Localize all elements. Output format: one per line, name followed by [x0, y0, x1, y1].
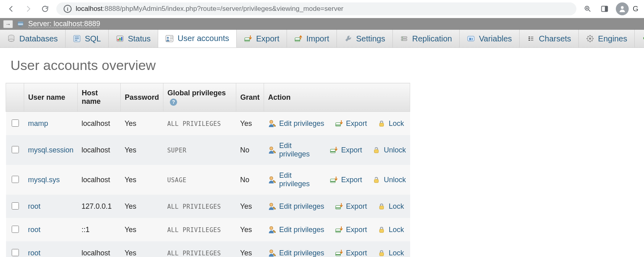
address-bar[interactable]: i localhost:8888/phpMyAdmin5/index.php?r…: [56, 2, 576, 15]
edit-privileges-button[interactable]: Edit privileges: [268, 142, 320, 158]
username-link[interactable]: mysql.sys: [28, 176, 60, 184]
privileges-cell: ALL PRIVILEGES: [167, 203, 221, 210]
hostname-cell: localhost: [78, 165, 121, 195]
column-header-grant[interactable]: Grant: [236, 83, 264, 112]
edit-privileges-icon: [268, 146, 276, 154]
export-icon: [335, 119, 343, 127]
table-row: mysql.syslocalhostYesUSAGENoEdit privile…: [6, 165, 410, 195]
lock-icon: [378, 226, 386, 234]
edit-privileges-icon: [268, 119, 276, 127]
export-button[interactable]: Export: [330, 146, 362, 154]
lock-button[interactable]: Lock: [378, 249, 404, 257]
row-checkbox[interactable]: [12, 146, 19, 153]
username-link[interactable]: mamp: [28, 119, 48, 127]
server-breadcrumb-link[interactable]: Server: localhost:8889: [28, 20, 100, 28]
variables-icon: [467, 35, 475, 43]
tab-charsets[interactable]: Charsets: [520, 30, 579, 47]
zoom-icon[interactable]: [582, 5, 593, 13]
column-header-username[interactable]: User name: [24, 83, 78, 112]
grant-cell: No: [236, 165, 264, 195]
username-link[interactable]: root: [28, 226, 41, 234]
row-checkbox[interactable]: [12, 202, 19, 210]
column-header-password[interactable]: Password: [121, 83, 163, 112]
browser-chrome: i localhost:8888/phpMyAdmin5/index.php?r…: [0, 0, 644, 18]
edit-privileges-icon: [268, 249, 276, 257]
username-link[interactable]: root: [28, 249, 41, 257]
edit-privileges-icon: [268, 202, 276, 210]
engines-icon: [586, 35, 594, 43]
user-accounts-icon: [165, 35, 173, 43]
tab-databases[interactable]: Databases: [0, 30, 66, 47]
lock-button[interactable]: Lock: [378, 119, 404, 128]
grant-cell: Yes: [236, 195, 264, 218]
table-row: root::1YesALL PRIVILEGESYesEdit privileg…: [6, 218, 410, 241]
tab-replication[interactable]: Replication: [393, 30, 460, 47]
back-button[interactable]: [6, 5, 17, 13]
password-cell: Yes: [121, 241, 163, 257]
export-button[interactable]: Export: [335, 226, 367, 234]
tab-import[interactable]: Import: [287, 30, 337, 47]
tab-settings[interactable]: Settings: [337, 30, 393, 47]
edit-privileges-button[interactable]: Edit privileges: [268, 171, 320, 188]
tab-sql[interactable]: SQL: [66, 30, 109, 47]
username-link[interactable]: mysql.session: [28, 146, 74, 154]
tab-label: Engines: [598, 34, 627, 43]
sql-icon: [73, 35, 81, 43]
edit-privileges-button[interactable]: Edit privileges: [268, 226, 324, 234]
status-icon: [116, 35, 124, 43]
privileges-cell: SUPER: [167, 147, 187, 154]
tab-export[interactable]: Export: [237, 30, 287, 47]
unlock-button[interactable]: Unlock: [372, 176, 406, 184]
server-breadcrumb: → Server: localhost:8889: [0, 18, 644, 30]
tab-engines[interactable]: Engines: [579, 30, 635, 47]
collapse-panel-button[interactable]: →: [3, 20, 13, 28]
help-icon[interactable]: ?: [170, 99, 177, 106]
import-icon: [294, 35, 302, 43]
row-checkbox[interactable]: [12, 249, 19, 256]
tab-label: SQL: [85, 34, 101, 43]
export-button[interactable]: Export: [330, 176, 362, 184]
url-text: localhost:8888/phpMyAdmin5/index.php?rou…: [76, 5, 343, 13]
grant-cell: No: [236, 135, 264, 165]
lock-button[interactable]: Lock: [378, 226, 404, 234]
tab-useraccounts[interactable]: User accounts: [158, 30, 237, 48]
tab-variables[interactable]: Variables: [460, 30, 520, 47]
edit-privileges-button[interactable]: Edit privileges: [268, 249, 324, 257]
export-button[interactable]: Export: [335, 202, 367, 211]
site-info-icon[interactable]: i: [64, 5, 72, 13]
panel-toggle-icon[interactable]: [599, 5, 610, 13]
tab-label: Import: [306, 34, 329, 43]
page-title: User accounts overview: [10, 58, 638, 73]
tab-label: Status: [128, 34, 151, 43]
url-hostname: localhost: [76, 5, 103, 12]
reload-button[interactable]: [39, 5, 51, 13]
username-link[interactable]: root: [28, 202, 41, 210]
tab-plugins[interactable]: Plugins: [635, 30, 644, 47]
svg-point-3: [621, 6, 624, 9]
lock-button[interactable]: Lock: [378, 202, 404, 211]
tab-label: Settings: [356, 34, 385, 43]
row-checkbox[interactable]: [12, 226, 19, 233]
svg-rect-4: [18, 22, 23, 25]
hostname-cell: localhost: [78, 112, 121, 136]
charsets-icon: [527, 35, 535, 43]
tab-status[interactable]: Status: [109, 30, 159, 47]
table-row: rootlocalhostYesALL PRIVILEGESYesEdit pr…: [6, 241, 410, 257]
unlock-icon: [372, 176, 380, 184]
grant-cell: Yes: [236, 218, 264, 241]
plugins-icon: [642, 35, 644, 43]
tab-label: Replication: [412, 34, 452, 43]
column-header-global-privileges[interactable]: Global privileges ?: [163, 83, 236, 112]
hostname-cell: 127.0.0.1: [78, 195, 121, 218]
forward-button[interactable]: [23, 5, 34, 13]
profile-avatar-icon[interactable]: [616, 2, 629, 15]
edit-privileges-button[interactable]: Edit privileges: [268, 119, 324, 128]
row-checkbox[interactable]: [12, 176, 19, 183]
export-button[interactable]: Export: [335, 119, 367, 128]
export-button[interactable]: Export: [335, 249, 367, 257]
profile-label: G: [633, 5, 638, 13]
row-checkbox[interactable]: [12, 119, 19, 127]
edit-privileges-button[interactable]: Edit privileges: [268, 202, 324, 211]
column-header-hostname[interactable]: Host name: [78, 83, 121, 112]
unlock-button[interactable]: Unlock: [372, 146, 406, 154]
